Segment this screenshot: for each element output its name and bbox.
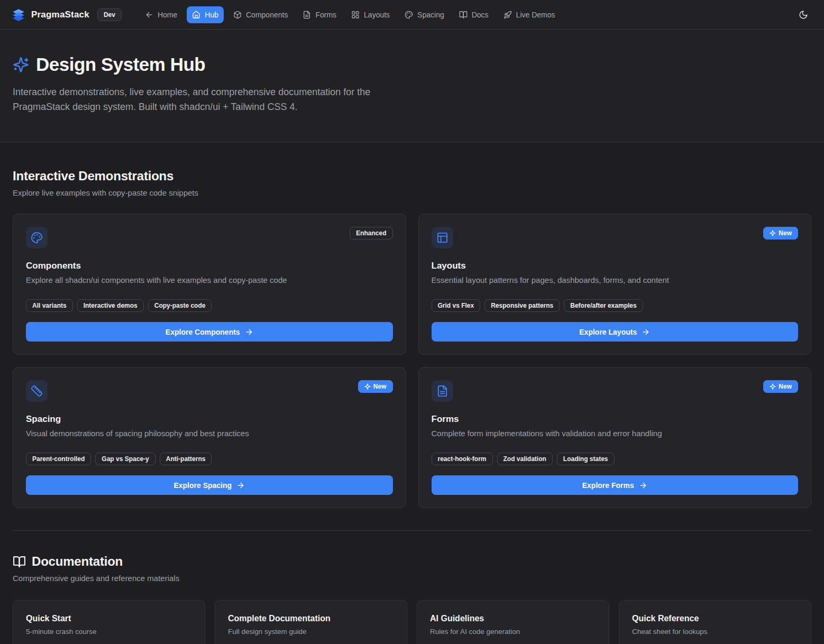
tag: Before/after examples	[564, 299, 643, 312]
tag: Interactive demos	[77, 299, 144, 312]
top-navbar: PragmaStack Dev Home Hub Components Fo	[0, 0, 824, 30]
card-title: Layouts	[432, 261, 799, 271]
ruler-icon	[26, 380, 48, 402]
nav-item-label: Spacing	[417, 11, 444, 19]
palette-icon	[26, 227, 48, 249]
button-label: Explore Components	[166, 328, 240, 336]
doc-card-quick-reference[interactable]: Quick Reference Cheat sheet for lookups	[619, 600, 811, 644]
nav-item-label: Docs	[472, 11, 489, 19]
explore-layouts-button[interactable]: Explore Layouts	[432, 322, 799, 342]
nav-item-live-demos[interactable]: Live Demos	[498, 6, 561, 23]
explore-spacing-button[interactable]: Explore Spacing	[26, 475, 393, 495]
hero-section: Design System Hub Interactive demonstrat…	[0, 30, 824, 142]
tag: Gap vs Space-y	[95, 453, 155, 465]
card-title: Components	[26, 261, 393, 271]
button-label: Explore Forms	[582, 481, 634, 490]
panels-top-left-icon	[432, 227, 453, 249]
docs-section-head: Documentation Comprehensive guides and r…	[13, 531, 811, 583]
brand-name: PragmaStack	[31, 10, 89, 20]
sparkles-icon	[770, 383, 776, 390]
nav-item-label: Layouts	[364, 11, 390, 19]
nav-item-label: Hub	[205, 11, 218, 19]
tag: Anti-patterns	[160, 453, 212, 465]
doc-card-quick-start[interactable]: Quick Start 5-minute crash course	[13, 600, 205, 644]
docs-subheading: Comprehensive guides and reference mater…	[13, 574, 811, 583]
nav-item-label: Home	[158, 11, 177, 19]
doc-card-subtitle: Cheat sheet for lookups	[632, 628, 798, 636]
nav-item-spacing[interactable]: Spacing	[399, 6, 450, 23]
file-text-icon	[432, 380, 453, 402]
doc-card-ai-guidelines[interactable]: AI Guidelines Rules for AI code generati…	[417, 600, 609, 644]
nav-item-layouts[interactable]: Layouts	[346, 6, 395, 23]
sparkles-icon	[770, 230, 776, 236]
demos-heading: Interactive Demonstrations	[13, 169, 173, 183]
demo-card-components: Enhanced Components Explore all shadcn/u…	[13, 214, 406, 355]
book-open-icon	[13, 555, 26, 568]
tag: Loading states	[557, 453, 615, 465]
tag: Grid vs Flex	[432, 299, 481, 312]
tag-row: Parent-controlled Gap vs Space-y Anti-pa…	[26, 453, 393, 465]
button-label: Explore Spacing	[173, 481, 232, 490]
doc-card-title: Quick Reference	[632, 614, 798, 623]
moon-icon	[799, 10, 808, 20]
box-icon	[233, 11, 242, 19]
tag-row: react-hook-form Zod validation Loading s…	[432, 453, 799, 465]
layout-grid-icon	[351, 11, 360, 19]
new-badge: New	[763, 380, 798, 393]
tag: All variants	[26, 299, 73, 312]
page-subtitle: Interactive demonstrations, live example…	[13, 85, 407, 114]
env-badge: Dev	[97, 8, 122, 21]
nav-item-label: Live Demos	[516, 11, 555, 19]
arrow-right-icon	[245, 328, 253, 336]
demo-card-layouts: New Layouts Essential layout patterns fo…	[418, 214, 812, 355]
doc-card-complete-documentation[interactable]: Complete Documentation Full design syste…	[215, 600, 407, 644]
card-description: Essential layout patterns for pages, das…	[432, 275, 799, 284]
tag-row: Grid vs Flex Responsive patterns Before/…	[432, 299, 799, 312]
theme-toggle-button[interactable]	[794, 6, 812, 24]
brand[interactable]: PragmaStack Dev	[12, 8, 122, 22]
doc-card-subtitle: 5-minute crash course	[26, 628, 192, 636]
tag: Responsive patterns	[484, 299, 560, 312]
arrow-left-icon	[145, 11, 153, 19]
nav-item-forms[interactable]: Forms	[297, 6, 342, 23]
demo-card-spacing: New Spacing Visual demonstrations of spa…	[13, 367, 406, 508]
doc-card-subtitle: Full design system guide	[228, 628, 394, 636]
doc-card-title: AI Guidelines	[430, 614, 596, 623]
layers-logo-icon	[12, 8, 25, 22]
tag: Parent-controlled	[26, 453, 91, 465]
nav-links: Home Hub Components Forms Layouts	[140, 6, 561, 23]
sparkles-icon	[364, 383, 371, 390]
card-title: Spacing	[26, 414, 393, 425]
doc-card-title: Complete Documentation	[228, 614, 394, 623]
file-text-icon	[303, 11, 311, 19]
home-icon	[192, 11, 200, 19]
explore-forms-button[interactable]: Explore Forms	[432, 475, 799, 495]
nav-item-hub[interactable]: Hub	[187, 6, 224, 23]
nav-item-label: Forms	[315, 11, 336, 19]
nav-item-components[interactable]: Components	[228, 6, 293, 23]
page-title: Design System Hub	[36, 54, 205, 75]
demos-section-head: Interactive Demonstrations Explore live …	[13, 142, 811, 197]
tag: react-hook-form	[432, 453, 493, 465]
rocket-icon	[503, 11, 512, 19]
doc-card-subtitle: Rules for AI code generation	[430, 628, 596, 636]
card-title: Forms	[432, 414, 799, 425]
arrow-right-icon	[236, 481, 245, 490]
badge-label: New	[373, 383, 387, 390]
arrow-right-icon	[642, 328, 650, 336]
card-description: Explore all shadcn/ui components with li…	[26, 275, 393, 284]
badge-label: New	[779, 383, 792, 390]
nav-item-home[interactable]: Home	[140, 6, 182, 23]
explore-components-button[interactable]: Explore Components	[26, 322, 393, 342]
palette-icon	[405, 11, 413, 19]
new-badge: New	[358, 380, 393, 393]
demos-subheading: Explore live examples with copy-paste co…	[13, 188, 811, 197]
demo-card-forms: New Forms Complete form implementations …	[418, 367, 812, 508]
doc-card-title: Quick Start	[26, 614, 192, 623]
status-badge: Enhanced	[350, 227, 392, 240]
card-description: Visual demonstrations of spacing philoso…	[26, 429, 393, 438]
nav-item-docs[interactable]: Docs	[454, 6, 494, 23]
book-open-icon	[459, 11, 468, 19]
new-badge: New	[763, 227, 798, 240]
arrow-right-icon	[639, 481, 647, 490]
